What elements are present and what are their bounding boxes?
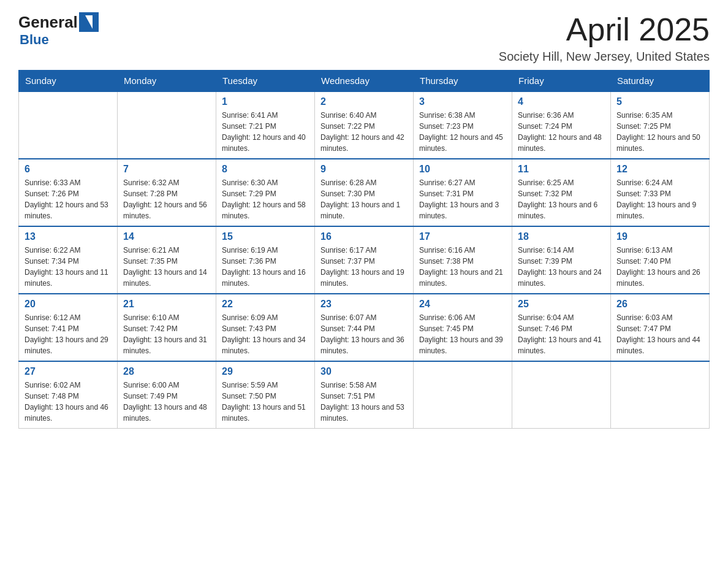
calendar-cell: 13Sunrise: 6:22 AMSunset: 7:34 PMDayligh… bbox=[19, 226, 118, 294]
day-info: Sunrise: 5:59 AMSunset: 7:50 PMDaylight:… bbox=[222, 380, 309, 424]
day-info: Sunrise: 6:40 AMSunset: 7:22 PMDaylight:… bbox=[320, 110, 408, 154]
calendar-cell: 12Sunrise: 6:24 AMSunset: 7:33 PMDayligh… bbox=[611, 159, 710, 226]
calendar-cell: 17Sunrise: 6:16 AMSunset: 7:38 PMDayligh… bbox=[414, 226, 512, 294]
calendar-cell: 24Sunrise: 6:06 AMSunset: 7:45 PMDayligh… bbox=[414, 294, 512, 361]
calendar-cell: 1Sunrise: 6:41 AMSunset: 7:21 PMDaylight… bbox=[216, 91, 315, 159]
day-info: Sunrise: 6:09 AMSunset: 7:43 PMDaylight:… bbox=[222, 312, 309, 356]
day-info: Sunrise: 6:04 AMSunset: 7:46 PMDaylight:… bbox=[518, 312, 605, 356]
day-number: 17 bbox=[419, 231, 506, 242]
calendar-cell: 3Sunrise: 6:38 AMSunset: 7:23 PMDaylight… bbox=[414, 91, 512, 159]
day-number: 18 bbox=[518, 231, 605, 242]
day-number: 29 bbox=[222, 366, 309, 377]
day-info: Sunrise: 6:00 AMSunset: 7:49 PMDaylight:… bbox=[123, 380, 210, 424]
calendar-cell: 22Sunrise: 6:09 AMSunset: 7:43 PMDayligh… bbox=[216, 294, 315, 361]
calendar-cell bbox=[19, 91, 118, 159]
day-info: Sunrise: 6:38 AMSunset: 7:23 PMDaylight:… bbox=[419, 110, 506, 154]
day-number: 20 bbox=[25, 299, 112, 310]
day-header-friday: Friday bbox=[512, 71, 611, 92]
calendar-cell: 7Sunrise: 6:32 AMSunset: 7:28 PMDaylight… bbox=[118, 159, 216, 226]
day-info: Sunrise: 6:21 AMSunset: 7:35 PMDaylight:… bbox=[123, 245, 210, 289]
calendar-cell: 19Sunrise: 6:13 AMSunset: 7:40 PMDayligh… bbox=[611, 226, 710, 294]
day-number: 8 bbox=[222, 164, 309, 175]
calendar-cell: 5Sunrise: 6:35 AMSunset: 7:25 PMDaylight… bbox=[611, 91, 710, 159]
calendar-week-row: 13Sunrise: 6:22 AMSunset: 7:34 PMDayligh… bbox=[19, 226, 710, 294]
calendar-week-row: 27Sunrise: 6:02 AMSunset: 7:48 PMDayligh… bbox=[19, 361, 710, 429]
calendar-cell: 25Sunrise: 6:04 AMSunset: 7:46 PMDayligh… bbox=[512, 294, 611, 361]
calendar-cell: 26Sunrise: 6:03 AMSunset: 7:47 PMDayligh… bbox=[611, 294, 710, 361]
day-header-tuesday: Tuesday bbox=[216, 71, 315, 92]
day-info: Sunrise: 6:13 AMSunset: 7:40 PMDaylight:… bbox=[616, 245, 703, 289]
day-number: 30 bbox=[320, 366, 408, 377]
day-info: Sunrise: 6:12 AMSunset: 7:41 PMDaylight:… bbox=[25, 312, 112, 356]
calendar-cell: 28Sunrise: 6:00 AMSunset: 7:49 PMDayligh… bbox=[118, 361, 216, 429]
calendar-cell: 20Sunrise: 6:12 AMSunset: 7:41 PMDayligh… bbox=[19, 294, 118, 361]
day-number: 15 bbox=[222, 231, 309, 242]
day-info: Sunrise: 6:02 AMSunset: 7:48 PMDaylight:… bbox=[25, 380, 112, 424]
day-header-monday: Monday bbox=[118, 71, 216, 92]
calendar-cell: 2Sunrise: 6:40 AMSunset: 7:22 PMDaylight… bbox=[315, 91, 414, 159]
day-number: 26 bbox=[616, 299, 703, 310]
calendar-cell: 6Sunrise: 6:33 AMSunset: 7:26 PMDaylight… bbox=[19, 159, 118, 226]
day-number: 11 bbox=[518, 164, 605, 175]
day-number: 19 bbox=[616, 231, 703, 242]
day-number: 25 bbox=[518, 299, 605, 310]
day-header-thursday: Thursday bbox=[414, 71, 512, 92]
calendar-cell: 30Sunrise: 5:58 AMSunset: 7:51 PMDayligh… bbox=[315, 361, 414, 429]
calendar-cell bbox=[118, 91, 216, 159]
day-number: 21 bbox=[123, 299, 210, 310]
calendar-cell: 8Sunrise: 6:30 AMSunset: 7:29 PMDaylight… bbox=[216, 159, 315, 226]
day-number: 12 bbox=[616, 164, 703, 175]
calendar-cell: 23Sunrise: 6:07 AMSunset: 7:44 PMDayligh… bbox=[315, 294, 414, 361]
day-info: Sunrise: 6:06 AMSunset: 7:45 PMDaylight:… bbox=[419, 312, 506, 356]
day-number: 5 bbox=[616, 96, 703, 107]
day-info: Sunrise: 6:10 AMSunset: 7:42 PMDaylight:… bbox=[123, 312, 210, 356]
day-info: Sunrise: 6:28 AMSunset: 7:30 PMDaylight:… bbox=[320, 177, 408, 221]
day-number: 16 bbox=[320, 231, 408, 242]
calendar-cell bbox=[414, 361, 512, 429]
day-info: Sunrise: 6:03 AMSunset: 7:47 PMDaylight:… bbox=[616, 312, 703, 356]
calendar-cell: 14Sunrise: 6:21 AMSunset: 7:35 PMDayligh… bbox=[118, 226, 216, 294]
title-block: April 2025 Society Hill, New Jersey, Uni… bbox=[499, 12, 710, 64]
day-info: Sunrise: 6:41 AMSunset: 7:21 PMDaylight:… bbox=[222, 110, 309, 154]
day-info: Sunrise: 6:07 AMSunset: 7:44 PMDaylight:… bbox=[320, 312, 408, 356]
calendar-cell: 4Sunrise: 6:36 AMSunset: 7:24 PMDaylight… bbox=[512, 91, 611, 159]
calendar-cell: 11Sunrise: 6:25 AMSunset: 7:32 PMDayligh… bbox=[512, 159, 611, 226]
day-info: Sunrise: 6:27 AMSunset: 7:31 PMDaylight:… bbox=[419, 177, 506, 221]
logo-blue-text: Blue bbox=[18, 32, 49, 48]
day-number: 3 bbox=[419, 96, 506, 107]
logo-icon-box bbox=[79, 12, 99, 32]
calendar-cell: 10Sunrise: 6:27 AMSunset: 7:31 PMDayligh… bbox=[414, 159, 512, 226]
day-number: 1 bbox=[222, 96, 309, 107]
day-header-saturday: Saturday bbox=[611, 71, 710, 92]
day-header-sunday: Sunday bbox=[19, 71, 118, 92]
calendar-cell: 9Sunrise: 6:28 AMSunset: 7:30 PMDaylight… bbox=[315, 159, 414, 226]
day-header-wednesday: Wednesday bbox=[315, 71, 414, 92]
day-number: 2 bbox=[320, 96, 408, 107]
day-number: 28 bbox=[123, 366, 210, 377]
calendar-cell: 21Sunrise: 6:10 AMSunset: 7:42 PMDayligh… bbox=[118, 294, 216, 361]
logo-general-text: General bbox=[18, 13, 78, 32]
day-number: 22 bbox=[222, 299, 309, 310]
day-number: 6 bbox=[25, 164, 112, 175]
day-number: 24 bbox=[419, 299, 506, 310]
day-number: 13 bbox=[25, 231, 112, 242]
day-info: Sunrise: 6:35 AMSunset: 7:25 PMDaylight:… bbox=[616, 110, 703, 154]
location-title: Society Hill, New Jersey, United States bbox=[499, 50, 710, 64]
day-number: 23 bbox=[320, 299, 408, 310]
day-info: Sunrise: 6:14 AMSunset: 7:39 PMDaylight:… bbox=[518, 245, 605, 289]
day-number: 10 bbox=[419, 164, 506, 175]
calendar-week-row: 20Sunrise: 6:12 AMSunset: 7:41 PMDayligh… bbox=[19, 294, 710, 361]
day-info: Sunrise: 6:19 AMSunset: 7:36 PMDaylight:… bbox=[222, 245, 309, 289]
day-info: Sunrise: 6:22 AMSunset: 7:34 PMDaylight:… bbox=[25, 245, 112, 289]
calendar-cell: 15Sunrise: 6:19 AMSunset: 7:36 PMDayligh… bbox=[216, 226, 315, 294]
day-number: 7 bbox=[123, 164, 210, 175]
calendar-cell bbox=[611, 361, 710, 429]
day-number: 27 bbox=[25, 366, 112, 377]
calendar-cell: 29Sunrise: 5:59 AMSunset: 7:50 PMDayligh… bbox=[216, 361, 315, 429]
calendar-cell: 27Sunrise: 6:02 AMSunset: 7:48 PMDayligh… bbox=[19, 361, 118, 429]
day-info: Sunrise: 6:32 AMSunset: 7:28 PMDaylight:… bbox=[123, 177, 210, 221]
month-title: April 2025 bbox=[499, 12, 710, 47]
calendar-cell: 16Sunrise: 6:17 AMSunset: 7:37 PMDayligh… bbox=[315, 226, 414, 294]
day-info: Sunrise: 6:17 AMSunset: 7:37 PMDaylight:… bbox=[320, 245, 408, 289]
day-info: Sunrise: 6:33 AMSunset: 7:26 PMDaylight:… bbox=[25, 177, 112, 221]
